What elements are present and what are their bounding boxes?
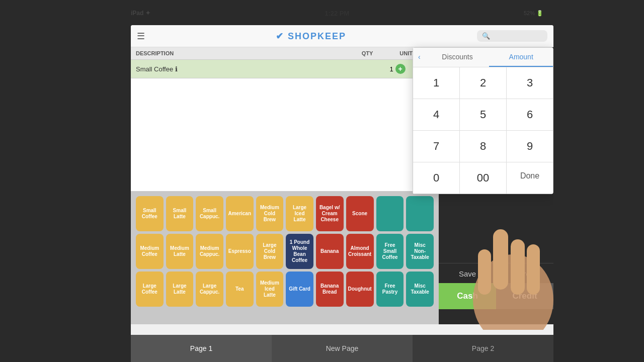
numpad-back-button[interactable]: ‹: [413, 48, 426, 67]
qty-value: 1: [389, 65, 393, 73]
product-medium-coffee[interactable]: Medium Coffee: [136, 234, 164, 269]
product-misc-non-taxable[interactable]: Misc Non-Taxable: [406, 234, 434, 269]
numpad-done-button[interactable]: Done: [507, 162, 553, 194]
product-teal-2[interactable]: [406, 196, 434, 231]
bottom-tabs: Page 1 New Page Page 2: [131, 335, 553, 362]
product-large-iced-latte[interactable]: Large Iced Latte: [286, 196, 313, 231]
product-large-cappuc[interactable]: Large Cappuc.: [196, 272, 223, 307]
numpad-overlay: ‹ Discounts Amount 1 2 3 4 5 6 7 8 9 0 0…: [413, 47, 553, 194]
product-doughnut[interactable]: Doughnut: [346, 272, 374, 307]
product-american[interactable]: American: [226, 196, 254, 231]
status-bar: iPad ✦ 1:22 PM 52% 🔋: [131, 7, 543, 19]
tab-discounts[interactable]: Discounts: [426, 48, 490, 67]
numpad-key-4[interactable]: 4: [413, 99, 459, 130]
order-header: DESCRIPTION QTY UNIT: [131, 47, 418, 60]
col-unit-header: UNIT: [382, 50, 413, 56]
payment-buttons: Cash Credit: [439, 283, 553, 309]
product-scone[interactable]: Scone: [346, 196, 374, 231]
product-large-latte[interactable]: Large Latte: [166, 272, 194, 307]
product-large-cold-brew[interactable]: Large Cold Brew: [256, 234, 284, 269]
qty-plus-button[interactable]: +: [395, 64, 406, 74]
product-small-coffee[interactable]: Small Coffee: [136, 196, 164, 231]
product-misc-taxable[interactable]: Misc Taxable: [406, 272, 434, 307]
tab-page-1[interactable]: Page 1: [131, 335, 272, 362]
product-espresso[interactable]: Espresso: [226, 234, 254, 269]
menu-icon[interactable]: ☰: [137, 31, 145, 42]
order-item-small-coffee[interactable]: Small Coffee ℹ 1 +: [131, 60, 418, 78]
numpad-tabs: ‹ Discounts Amount: [413, 48, 553, 67]
numpad-key-9[interactable]: 9: [507, 131, 553, 162]
product-medium-latte[interactable]: Medium Latte: [166, 234, 194, 269]
col-description-header: DESCRIPTION: [136, 50, 352, 56]
product-small-cappuc[interactable]: Small Cappuc.: [196, 196, 223, 231]
tab-new-page[interactable]: New Page: [272, 335, 413, 362]
cash-button[interactable]: Cash: [439, 283, 496, 309]
product-banana-bread[interactable]: Banana Bread: [316, 272, 344, 307]
col-qty-header: QTY: [352, 50, 382, 56]
search-area[interactable]: 🔍: [477, 30, 547, 42]
status-time: 1:22 PM: [325, 10, 349, 17]
product-small-latte[interactable]: Small Latte: [166, 196, 194, 231]
product-medium-cold-brew[interactable]: Medium Cold Brew: [256, 196, 284, 231]
numpad-key-3[interactable]: 3: [507, 67, 553, 99]
search-icon: 🔍: [482, 32, 490, 40]
numpad-key-2[interactable]: 2: [460, 67, 506, 99]
product-almond-croissant[interactable]: Almond Croissant: [346, 234, 374, 269]
action-buttons: Save More...: [439, 263, 553, 284]
item-name: Small Coffee ℹ: [136, 65, 382, 73]
tab-amount[interactable]: Amount: [489, 48, 553, 67]
header-bar: ☰ ✔ SHOPKEEP 🔍: [131, 25, 553, 47]
product-free-pastry[interactable]: Free Pastry: [376, 272, 404, 307]
numpad-key-5[interactable]: 5: [460, 99, 506, 130]
product-gift-card[interactable]: Gift Card: [286, 272, 313, 307]
credit-button[interactable]: Credit: [496, 283, 553, 309]
product-large-coffee[interactable]: Large Coffee: [136, 272, 164, 307]
product-grid-row1: Small Coffee Small Latte Small Cappuc. A…: [136, 196, 434, 307]
status-right: 52% 🔋: [524, 10, 543, 17]
product-banana[interactable]: Banana: [316, 234, 344, 269]
product-area: Small Coffee Small Latte Small Cappuc. A…: [131, 191, 439, 324]
numpad-key-8[interactable]: 8: [460, 131, 506, 162]
main-content: ☰ ✔ SHOPKEEP 🔍 DESCRIPTION QTY UNIT Smal…: [131, 25, 553, 352]
product-tea[interactable]: Tea: [226, 272, 254, 307]
tab-page-2[interactable]: Page 2: [413, 335, 553, 362]
item-qty: 1 +: [382, 64, 413, 74]
product-medium-iced-latte[interactable]: Medium Iced Latte: [256, 272, 284, 307]
numpad-key-7[interactable]: 7: [413, 131, 459, 162]
app-logo: ✔ SHOPKEEP: [150, 31, 472, 42]
save-button[interactable]: Save: [439, 263, 496, 284]
numpad-grid: 1 2 3 4 5 6 7 8 9 0 00 Done: [413, 67, 553, 194]
product-bagel-cream-cheese[interactable]: Bagel w/ Cream Cheese: [316, 196, 344, 231]
numpad-key-6[interactable]: 6: [507, 99, 553, 130]
numpad-key-1[interactable]: 1: [413, 67, 459, 99]
product-free-small-coffee[interactable]: Free Small Coffee: [376, 234, 404, 269]
numpad-key-0[interactable]: 0: [413, 162, 459, 194]
product-teal-1[interactable]: [376, 196, 404, 231]
numpad-key-00[interactable]: 00: [460, 162, 506, 194]
product-medium-cappuc[interactable]: Medium Cappuc.: [196, 234, 223, 269]
status-left: iPad ✦: [131, 10, 150, 17]
more-button[interactable]: More...: [496, 263, 553, 284]
product-pound-coffee[interactable]: 1 Pound Whole Bean Coffee: [286, 234, 313, 269]
